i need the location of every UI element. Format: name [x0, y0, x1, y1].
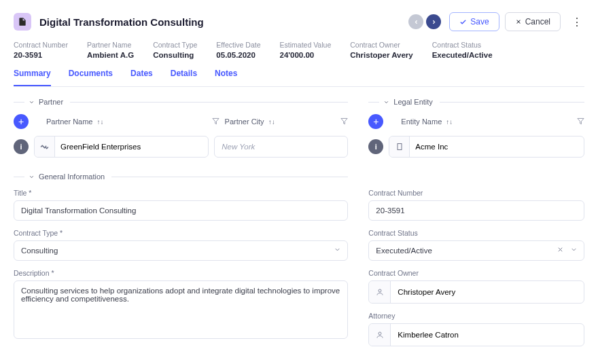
sort-icon[interactable]: ↑↓ — [96, 118, 103, 126]
svg-point-15 — [379, 332, 381, 335]
chevron-down-icon — [29, 99, 35, 105]
partner-city-input[interactable] — [214, 136, 348, 158]
svg-rect-5 — [398, 144, 402, 150]
save-button[interactable]: Save — [449, 12, 499, 31]
meta-label: Contract Number — [14, 41, 68, 49]
contract-type-select[interactable] — [14, 240, 348, 261]
row-info-button[interactable]: i — [14, 139, 29, 154]
tab-details[interactable]: Details — [171, 69, 197, 86]
meta-value: Ambient A.G — [87, 51, 134, 59]
add-partner-button[interactable]: + — [14, 114, 29, 129]
tab-documents[interactable]: Documents — [69, 69, 113, 86]
contract-owner-label: Contract Owner — [368, 269, 584, 277]
clear-icon[interactable] — [557, 246, 564, 255]
sort-icon[interactable]: ↑↓ — [446, 118, 453, 126]
general-section-header[interactable]: General Information — [14, 172, 348, 181]
more-menu-icon[interactable]: ⋮ — [569, 16, 584, 29]
title-label: Title * — [14, 189, 348, 197]
cancel-button[interactable]: Cancel — [505, 12, 561, 31]
contract-type-label: Contract Type * — [14, 229, 348, 237]
contract-number-input[interactable] — [368, 200, 584, 221]
sort-icon[interactable]: ↑↓ — [268, 118, 275, 126]
section-title: Legal Entity — [393, 98, 432, 106]
contract-status-select[interactable] — [368, 240, 584, 261]
chevron-down-icon — [29, 174, 35, 180]
meta-value: 20-3591 — [14, 51, 68, 59]
title-input[interactable] — [14, 200, 348, 221]
close-icon — [515, 18, 522, 25]
cancel-label: Cancel — [525, 17, 550, 26]
attorney-input[interactable] — [368, 323, 584, 346]
chevron-down-icon — [383, 99, 389, 105]
tab-summary[interactable]: Summary — [14, 69, 51, 86]
column-header[interactable]: Partner Name — [46, 117, 92, 126]
prev-button[interactable] — [408, 14, 423, 29]
filter-icon[interactable] — [212, 117, 219, 126]
person-icon — [369, 281, 391, 303]
entity-name-input[interactable] — [389, 136, 584, 158]
next-button[interactable] — [426, 14, 441, 29]
tab-dates[interactable]: Dates — [130, 69, 153, 86]
contract-number-label: Contract Number — [368, 189, 584, 197]
row-info-button[interactable]: i — [368, 139, 383, 154]
document-icon — [14, 13, 31, 31]
add-entity-button[interactable]: + — [368, 114, 383, 129]
column-header[interactable]: Entity Name — [401, 117, 442, 126]
save-label: Save — [470, 17, 489, 26]
meta-value: 24'000.00 — [280, 51, 332, 59]
attorney-label: Attorney — [368, 312, 584, 320]
partner-section-header[interactable]: Partner — [14, 98, 348, 106]
legal-section-header[interactable]: Legal Entity — [368, 98, 584, 106]
filter-icon[interactable] — [340, 117, 348, 126]
contract-owner-input[interactable] — [368, 280, 584, 304]
meta-label: Estimated Value — [280, 41, 332, 49]
tab-notes[interactable]: Notes — [215, 69, 237, 86]
contract-status-label: Contract Status — [368, 229, 584, 237]
meta-label: Contract Status — [432, 41, 493, 49]
person-icon — [369, 324, 391, 346]
meta-value: Consulting — [153, 51, 197, 59]
column-header[interactable]: Partner City — [225, 117, 264, 126]
meta-label: Effective Date — [216, 41, 260, 49]
page-title: Digital Transformation Consulting — [39, 16, 408, 28]
section-title: General Information — [39, 172, 105, 181]
meta-label: Partner Name — [87, 41, 134, 49]
svg-point-14 — [379, 289, 381, 292]
meta-label: Contract Owner — [350, 41, 412, 49]
meta-value: 05.05.2020 — [216, 51, 260, 59]
handshake-icon — [35, 136, 55, 157]
meta-value: Executed/Active — [432, 51, 493, 59]
meta-row: Contract Number20-3591 Partner NameAmbie… — [14, 41, 584, 59]
building-icon — [389, 136, 410, 157]
meta-value: Christoper Avery — [350, 51, 412, 59]
svg-marker-2 — [212, 118, 218, 124]
meta-label: Contract Type — [153, 41, 197, 49]
svg-marker-3 — [341, 118, 347, 124]
description-textarea[interactable] — [14, 280, 348, 339]
svg-marker-4 — [578, 118, 584, 124]
description-label: Description * — [14, 269, 348, 277]
section-title: Partner — [39, 98, 63, 106]
partner-name-input[interactable] — [34, 136, 209, 158]
check-icon — [459, 18, 467, 26]
filter-icon[interactable] — [577, 117, 584, 126]
